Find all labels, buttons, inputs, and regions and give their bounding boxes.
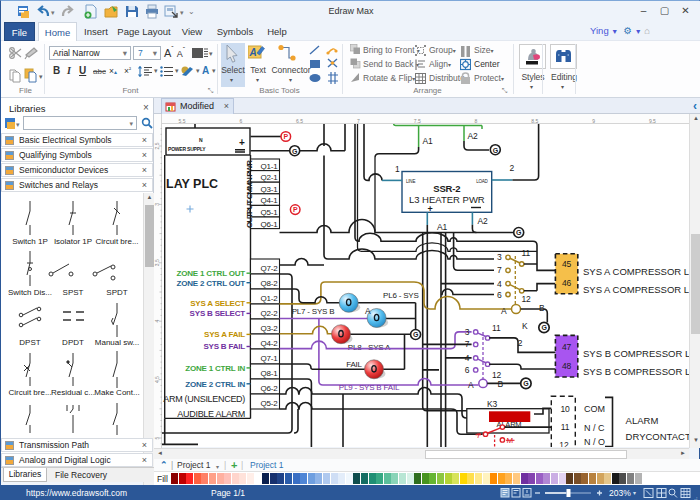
svg-text:+: + (239, 137, 245, 148)
svg-text:Q6-2: Q6-2 (261, 384, 279, 393)
svg-text:Switch Dis...: Switch Dis... (8, 288, 52, 297)
svg-text:Make Cont...: Make Cont... (94, 388, 139, 397)
svg-text:▾: ▾ (633, 490, 636, 496)
svg-text:ZONE 1 CTRL IN: ZONE 1 CTRL IN (185, 364, 245, 373)
svg-text:11: 11 (561, 422, 570, 432)
svg-text:46: 46 (562, 278, 572, 288)
svg-text:SYS A SELECT: SYS A SELECT (190, 299, 245, 308)
svg-text:N: N (199, 137, 203, 143)
svg-text:3: 3 (154, 203, 160, 206)
svg-text:Q2-2: Q2-2 (261, 309, 279, 318)
svg-text:12: 12 (559, 440, 569, 447)
svg-text:G: G (292, 148, 298, 155)
svg-text:L3 HEATER PWR: L3 HEATER PWR (409, 194, 485, 205)
svg-text:PL8 - SYS A: PL8 - SYS A (348, 343, 391, 352)
svg-text:11: 11 (522, 248, 531, 258)
svg-text:ARM (UNSILENCED): ARM (UNSILENCED) (163, 394, 245, 404)
svg-text:Residual c...: Residual c... (51, 388, 95, 397)
svg-text:Q3-2: Q3-2 (261, 324, 279, 333)
svg-text:A2: A2 (478, 216, 488, 226)
svg-text:LOAD: LOAD (476, 179, 488, 184)
svg-text:AUDIBLE ALARM: AUDIBLE ALARM (177, 409, 245, 419)
svg-text:Q8-1: Q8-1 (261, 369, 279, 378)
svg-text:P: P (293, 206, 298, 213)
svg-text:A: A (468, 380, 474, 390)
svg-text:Q7-1: Q7-1 (261, 354, 279, 363)
svg-text:Q5-1: Q5-1 (261, 208, 279, 217)
svg-text:6: 6 (497, 290, 502, 300)
svg-text:A1: A1 (423, 136, 433, 146)
svg-text:▾: ▾ (209, 50, 213, 57)
svg-text:OUTPUT CMMN PWR: OUTPUT CMMN PWR (245, 160, 254, 228)
svg-text:5: 5 (154, 436, 160, 439)
svg-text:Circuit bre...: Circuit bre... (8, 388, 51, 397)
svg-text:Manual sw...: Manual sw... (95, 338, 139, 347)
svg-text:SSR-2: SSR-2 (433, 183, 460, 194)
svg-text:DRYCONTACT: DRYCONTACT (626, 431, 689, 442)
svg-text:SYS A COMPRESSOR L: SYS A COMPRESSOR L (583, 284, 689, 295)
svg-text:10: 10 (560, 404, 570, 414)
svg-text:A2: A2 (468, 131, 478, 141)
svg-text:1: 1 (395, 164, 400, 174)
svg-text:ZONE 1 CTRL OUT: ZONE 1 CTRL OUT (177, 269, 246, 278)
svg-text:4: 4 (497, 279, 502, 289)
svg-text:2.5: 2.5 (154, 142, 160, 149)
svg-text:Q5-2: Q5-2 (261, 399, 279, 408)
svg-text:SYS A COMPRESSOR L: SYS A COMPRESSOR L (583, 266, 689, 277)
svg-text:2: 2 (518, 338, 523, 348)
svg-text:11: 11 (492, 323, 501, 333)
svg-text:Q7-2: Q7-2 (261, 264, 279, 273)
svg-text:6: 6 (465, 365, 470, 375)
svg-text:PL9 - SYS B FAIL: PL9 - SYS B FAIL (339, 383, 400, 392)
svg-text:Q1-1: Q1-1 (261, 162, 279, 171)
svg-text:ZONE 2 CTRL OUT: ZONE 2 CTRL OUT (177, 279, 246, 288)
svg-text:3: 3 (465, 327, 470, 337)
svg-text:ALARM: ALARM (626, 415, 659, 426)
svg-text:P: P (284, 133, 289, 140)
svg-text:▾: ▾ (16, 121, 20, 128)
svg-text:▾: ▾ (39, 73, 43, 80)
svg-text:SPDT: SPDT (106, 288, 127, 297)
svg-text:N / O: N / O (584, 437, 605, 447)
svg-text:A: A (365, 306, 371, 316)
svg-text:203%: 203% (609, 488, 631, 498)
svg-text:7: 7 (497, 265, 502, 275)
svg-text:4: 4 (154, 320, 160, 323)
svg-text:Q2-1: Q2-1 (261, 173, 279, 182)
svg-text:47: 47 (562, 342, 572, 352)
svg-text:Q3-1: Q3-1 (261, 185, 279, 194)
svg-text:LAY PLC: LAY PLC (166, 177, 218, 191)
svg-text:Isolator 1P: Isolator 1P (54, 237, 92, 246)
svg-text:Switch 1P: Switch 1P (12, 237, 48, 246)
svg-text:+: + (427, 204, 432, 214)
svg-text:ZONE 2 CTRL IN: ZONE 2 CTRL IN (185, 380, 245, 389)
svg-text:K: K (522, 321, 528, 331)
svg-text:3: 3 (497, 252, 502, 262)
svg-text:48: 48 (562, 361, 572, 371)
svg-text:LINE: LINE (406, 179, 415, 184)
svg-text:G: G (523, 380, 529, 387)
svg-text:Circuit bre...: Circuit bre... (95, 237, 138, 246)
svg-text:DPST: DPST (19, 338, 40, 347)
svg-text:FAIL: FAIL (346, 360, 362, 369)
svg-text:45: 45 (562, 259, 572, 269)
svg-text:K3: K3 (487, 399, 497, 409)
svg-text:SYS B COMPRESSOR L: SYS B COMPRESSOR L (583, 348, 689, 359)
svg-text:SYS B FAIL: SYS B FAIL (203, 342, 245, 351)
svg-text:G: G (413, 331, 419, 338)
svg-text:N / C: N / C (584, 423, 605, 433)
svg-text:A: A (501, 306, 507, 316)
svg-text:Q4-1: Q4-1 (261, 196, 279, 205)
svg-text:PL6 - SYS: PL6 - SYS (383, 291, 419, 300)
svg-text:G: G (493, 147, 499, 154)
svg-text:Q4-2: Q4-2 (261, 339, 279, 348)
svg-text:G: G (516, 229, 522, 236)
svg-text:Q6-1: Q6-1 (261, 220, 279, 229)
svg-text:3.5: 3.5 (154, 259, 160, 266)
svg-text:G: G (541, 324, 547, 331)
svg-text:Q1-2: Q1-2 (261, 294, 279, 303)
svg-text:SYS B COMPRESSOR L: SYS B COMPRESSOR L (583, 366, 689, 377)
svg-text:12: 12 (522, 294, 532, 304)
svg-text:A1: A1 (437, 222, 447, 232)
svg-text:Q8-2: Q8-2 (261, 279, 279, 288)
